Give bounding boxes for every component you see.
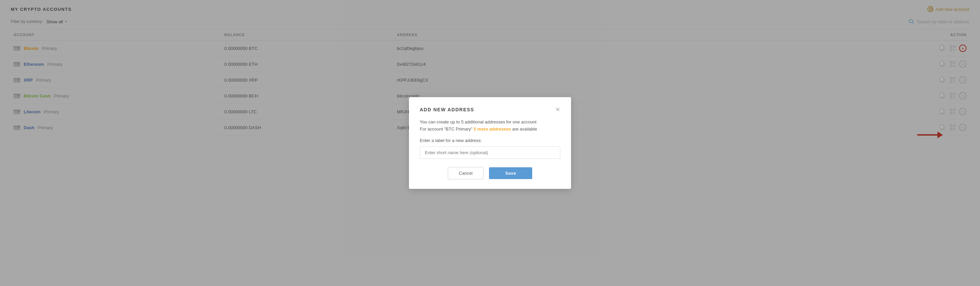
modal-input-label: Enter a label for a new address: — [420, 138, 560, 143]
modal-desc-line2-suffix: are available — [511, 126, 537, 131]
modal-actions: Cancel Save — [420, 167, 560, 179]
close-icon[interactable]: ✕ — [555, 107, 560, 113]
modal-description: You can create up to 5 additional addres… — [420, 119, 560, 133]
add-address-modal: ADD NEW ADDRESS ✕ You can create up to 5… — [409, 97, 571, 189]
modal-title: ADD NEW ADDRESS — [420, 107, 474, 112]
cancel-button[interactable]: Cancel — [448, 167, 484, 179]
modal-highlight: 5 more addresses — [474, 126, 511, 131]
modal-header: ADD NEW ADDRESS ✕ — [420, 107, 560, 113]
save-button[interactable]: Save — [489, 167, 532, 179]
address-label-input[interactable] — [420, 146, 560, 159]
modal-desc-line1: You can create up to 5 additional addres… — [420, 119, 536, 125]
modal-overlay: ADD NEW ADDRESS ✕ You can create up to 5… — [0, 0, 980, 286]
modal-desc-line2-prefix: For account "BTC Primary" — [420, 126, 474, 131]
